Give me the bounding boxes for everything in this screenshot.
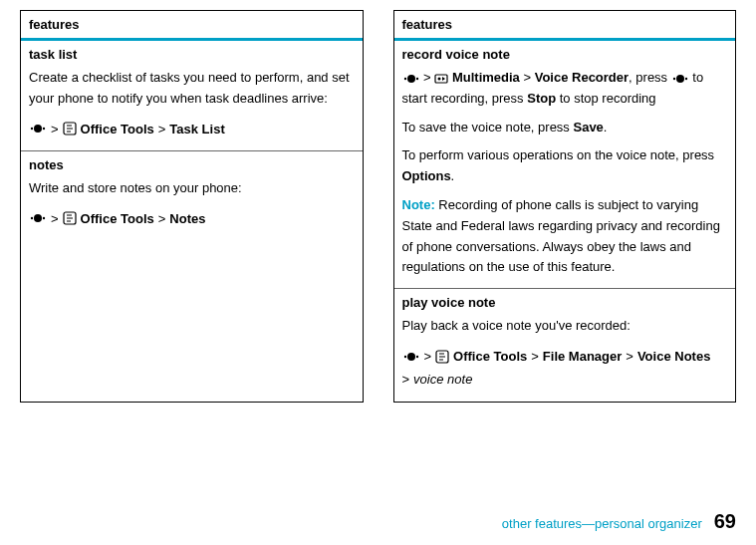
gt: > <box>626 345 633 368</box>
svg-point-1 <box>34 125 42 133</box>
gt: > <box>424 345 432 368</box>
center-key-icon <box>402 73 420 85</box>
office-tools-icon <box>435 350 449 364</box>
note-text: Recording of phone calls is subject to v… <box>402 197 720 274</box>
notes-title: notes <box>29 157 355 172</box>
right-column: features record voice note > Multimedia … <box>393 10 737 403</box>
task-list-title: task list <box>29 47 355 62</box>
menu-task-list: Task List <box>169 118 224 140</box>
center-key-icon <box>402 351 420 363</box>
multimedia-icon <box>434 72 448 86</box>
svg-point-4 <box>31 217 33 219</box>
text: to stop recording <box>556 91 655 106</box>
svg-rect-11 <box>435 75 447 83</box>
text: . <box>451 168 455 183</box>
footer-page-number: 69 <box>714 510 736 533</box>
svg-point-14 <box>676 75 684 83</box>
svg-point-6 <box>43 217 45 219</box>
gt: > <box>402 368 410 391</box>
svg-point-5 <box>34 214 42 222</box>
record-note-line: Note: Recording of phone calls is subjec… <box>402 195 728 278</box>
record-title: record voice note <box>402 47 728 62</box>
notes-desc: Write and store notes on your phone: <box>29 178 355 199</box>
gt: > <box>520 70 535 85</box>
menu-office-tools: Office Tools <box>453 345 527 368</box>
record-save-line: To save the voice note, press Save. <box>402 118 728 138</box>
gt: > <box>531 345 539 368</box>
gt: > <box>51 118 59 140</box>
gt: > <box>51 207 59 230</box>
office-tools-icon <box>63 122 77 136</box>
svg-point-2 <box>43 128 45 130</box>
gt: > <box>158 207 166 230</box>
menu-office-tools: Office Tools <box>81 207 154 230</box>
svg-point-18 <box>415 355 417 357</box>
task-list-desc: Create a checklist of tasks you need to … <box>29 68 355 110</box>
options-label: Options <box>402 168 451 183</box>
center-key-icon <box>29 123 47 135</box>
play-title: play voice note <box>402 295 728 310</box>
text: To save the voice note, press <box>402 120 574 135</box>
cell-notes: notes Write and store notes on your phon… <box>21 151 363 240</box>
page-columns: features task list Create a checklist of… <box>0 0 756 403</box>
svg-point-12 <box>438 77 441 80</box>
play-desc: Play back a voice note you've recorded: <box>402 316 728 337</box>
menu-file-manager: File Manager <box>543 345 622 368</box>
svg-point-16 <box>403 355 405 357</box>
text: . <box>604 120 608 135</box>
menu-voice-notes: Voice Notes <box>637 345 710 368</box>
cell-record-voice: record voice note > Multimedia > Voice R… <box>394 41 736 289</box>
menu-office-tools: Office Tools <box>81 118 154 140</box>
record-path-line: > Multimedia > Voice Recorder, press to … <box>402 68 728 110</box>
task-list-path: > Office Tools > Task List <box>29 118 355 140</box>
svg-point-10 <box>415 77 417 79</box>
svg-point-17 <box>407 353 415 361</box>
right-header: features <box>394 11 736 41</box>
record-ops-line: To perform various operations on the voi… <box>402 145 728 187</box>
page-footer: other features—personal organizer 69 <box>502 510 736 533</box>
save-label: Save <box>573 120 603 135</box>
center-key-icon <box>671 73 689 85</box>
stop-label: Stop <box>527 91 556 106</box>
voice-note-item: voice note <box>413 368 472 391</box>
text: , press <box>629 70 671 85</box>
text: To perform various operations on the voi… <box>402 147 715 162</box>
office-tools-icon <box>63 211 77 225</box>
gt: > <box>158 118 166 140</box>
left-column: features task list Create a checklist of… <box>20 10 364 403</box>
gt: > <box>420 70 435 85</box>
play-path: > Office Tools > File Manager > Voice No… <box>402 345 728 368</box>
center-key-icon <box>29 212 47 224</box>
left-header: features <box>21 11 363 41</box>
notes-path: > Office Tools > Notes <box>29 207 355 230</box>
footer-section: other features—personal organizer <box>502 516 702 531</box>
svg-point-15 <box>685 77 687 79</box>
note-label: Note: <box>402 197 439 212</box>
menu-voice-recorder: Voice Recorder <box>535 70 629 85</box>
svg-point-9 <box>407 75 415 83</box>
cell-task-list: task list Create a checklist of tasks yo… <box>21 41 363 151</box>
svg-point-8 <box>403 77 405 79</box>
menu-notes: Notes <box>169 207 205 230</box>
svg-point-13 <box>673 77 675 79</box>
svg-point-0 <box>31 128 33 130</box>
play-path-2: > voice note <box>402 368 728 391</box>
cell-play-voice: play voice note Play back a voice note y… <box>394 289 736 402</box>
menu-multimedia: Multimedia <box>452 70 520 85</box>
